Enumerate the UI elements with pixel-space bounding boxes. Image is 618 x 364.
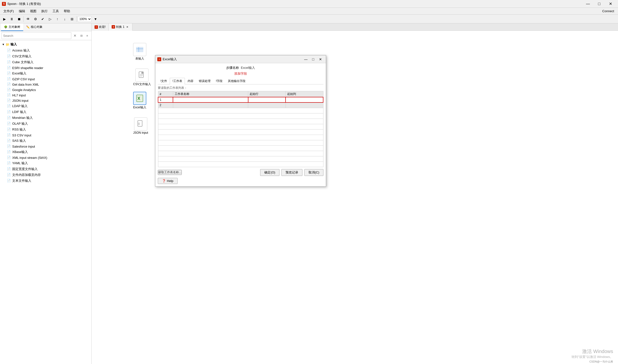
dialog-tab-fields[interactable]: !字段 (213, 78, 225, 84)
toolbar-run-btn[interactable]: ▶ (1, 16, 8, 23)
menu-help[interactable]: 帮助 (61, 9, 72, 14)
tab-core-objects[interactable]: ✏️ 核心对象 (23, 23, 45, 31)
table-row[interactable] (158, 145, 323, 151)
dialog-tab-worksheet[interactable]: !工作表 (170, 78, 185, 84)
list-item[interactable]: 📄 GZIP CSV input (0, 76, 91, 82)
dialog-tab-error[interactable]: 错误处理 (196, 78, 213, 84)
dialog-ok-btn[interactable]: 确定(O) (260, 169, 279, 176)
table-row[interactable] (158, 161, 323, 167)
menu-tools[interactable]: 工具 (50, 9, 61, 14)
dialog-maximize-btn[interactable]: □ (310, 56, 316, 62)
list-item[interactable]: 📄 YAML 输入 (0, 160, 91, 166)
search-input[interactable] (1, 32, 71, 39)
list-item[interactable]: 📄 固定宽度文件输入 (0, 166, 91, 172)
tab-transform1[interactable]: ⚙ 转换 1 ✕ (109, 23, 132, 31)
tab-main-objects[interactable]: 🌳 主对象树 (1, 23, 23, 31)
tab-welcome[interactable]: S 欢迎! (92, 23, 109, 31)
toolbar-pause-btn[interactable]: ⏸ (8, 16, 15, 23)
list-item[interactable]: 📄 CSV文件输入 (0, 53, 91, 59)
list-item[interactable]: 📄 Salesforce input (0, 144, 91, 149)
search-expand-btn[interactable]: ≡ (84, 33, 90, 38)
dialog-cancel-btn[interactable]: 取消(C) (304, 169, 323, 176)
menu-edit[interactable]: 编辑 (16, 9, 27, 14)
item-icon: 📄 (7, 99, 11, 103)
tab-close-icon[interactable]: ✕ (125, 25, 129, 29)
item-icon: 📄 (7, 150, 11, 154)
table-row[interactable]: 2 (158, 103, 323, 108)
menu-run[interactable]: 执行 (39, 9, 50, 14)
node-csv-input[interactable]: CSV文件输入 (133, 68, 151, 86)
list-item[interactable]: 📄 RSS 输入 (0, 127, 91, 132)
list-item[interactable]: 📄 LDIF 输入 (0, 109, 91, 115)
dialog-tab-file[interactable]: !文件 (158, 78, 170, 84)
table-row[interactable] (158, 151, 323, 156)
list-item[interactable]: 📄 文件内容加载至内存 (0, 172, 91, 178)
table-row[interactable] (158, 118, 323, 124)
list-item[interactable]: 📄 Get data from XML (0, 82, 91, 87)
dialog-minimize-btn[interactable]: — (302, 56, 309, 62)
node-table-input[interactable]: 表输入 (133, 43, 146, 61)
zoom-select[interactable]: 50% 75% 100% 125% 150% 200% (78, 16, 92, 22)
search-collapse-btn[interactable]: ⊟ (79, 33, 84, 38)
toolbar-run2-btn[interactable]: ▷ (47, 16, 54, 23)
dialog-close-btn[interactable]: ✕ (317, 56, 324, 62)
menu-file[interactable]: 文件(F) (1, 9, 16, 14)
toolbar-grid-btn[interactable]: ⊞ (69, 16, 75, 23)
list-item[interactable]: 📄 文本文件输入 (0, 178, 91, 184)
toolbar-stop-btn[interactable]: ⏹ (16, 16, 23, 23)
minimize-button[interactable]: — (582, 0, 594, 8)
list-item[interactable]: 📄 Access 输入 (0, 48, 91, 53)
list-item[interactable]: 📄 ESRI shapefile reader (0, 65, 91, 70)
table-row[interactable] (158, 140, 323, 145)
list-item[interactable]: 📄 XBase输入 (0, 149, 91, 155)
menu-view[interactable]: 视图 (27, 9, 39, 14)
row-start-row[interactable] (248, 97, 286, 103)
table-row[interactable] (158, 124, 323, 129)
list-item[interactable]: 📄 HL7 input (0, 92, 91, 98)
tree-category-input[interactable]: ▼ 📁 输入 (0, 41, 91, 48)
dialog-help-btn[interactable]: ❓ Help (158, 178, 178, 184)
toolbar-down-btn[interactable]: ↓ (61, 16, 68, 23)
table-row[interactable] (158, 108, 323, 113)
table-row[interactable] (158, 129, 323, 135)
toolbar-check-btn[interactable]: ✔ (39, 16, 46, 23)
title-bar-controls: — □ ✕ (582, 0, 616, 8)
dialog-preview-btn[interactable]: 预览记录 (281, 169, 302, 176)
list-item[interactable]: 📄 Cube 文件输入 (0, 59, 91, 65)
toolbar-settings-btn[interactable]: ⚙ (32, 16, 39, 23)
list-item[interactable]: 📄 SAS 输入 (0, 138, 91, 144)
node-excel-input[interactable]: X Excel输入 (133, 92, 146, 110)
list-item-google-analytics[interactable]: 📄 Google Analytics (0, 87, 91, 92)
maximize-button[interactable]: □ (594, 0, 605, 8)
table-row[interactable] (158, 156, 323, 161)
list-item[interactable]: 📄 JSON input (0, 98, 91, 103)
fetch-worksheet-names-btn[interactable]: 获取工作表名称... (158, 170, 182, 175)
toolbar-preview-btn[interactable]: 👁 (25, 16, 31, 23)
row-start-row[interactable] (248, 103, 286, 108)
sep2 (76, 16, 77, 22)
connect-button[interactable]: Connect (599, 8, 617, 14)
row-name[interactable] (173, 97, 248, 103)
canvas-area[interactable]: 表输入 CSV文件输入 X Excel输入 {} JSON input (92, 31, 618, 364)
node-json-input[interactable]: {} JSON input (133, 117, 148, 134)
add-field-link[interactable]: 添加字段 (158, 71, 323, 76)
dialog-tab-other-output[interactable]: 其他输出字段 (225, 78, 248, 84)
zoom-dropdown-btn[interactable]: ▼ (92, 16, 99, 23)
dialog-tab-content[interactable]: 内容 (185, 78, 196, 84)
table-row[interactable] (158, 113, 323, 118)
toolbar-up-btn[interactable]: ↑ (54, 16, 61, 23)
row-start-col[interactable] (286, 103, 323, 108)
list-item[interactable]: 📄 S3 CSV input (0, 132, 91, 138)
table-row[interactable]: 1 (158, 97, 323, 103)
list-item[interactable]: 📄 Excel输入 (0, 70, 91, 76)
list-item[interactable]: 📄 XML input stream (StAX) (0, 155, 91, 160)
list-item[interactable]: 📄 OLAP 输入 (0, 121, 91, 127)
search-area: ✕ ⊟ ≡ (0, 31, 91, 40)
table-row[interactable] (158, 135, 323, 140)
row-start-col[interactable] (286, 97, 323, 103)
list-item[interactable]: 📄 Mondrian 输入 (0, 115, 91, 121)
row-name[interactable] (173, 103, 248, 108)
list-item[interactable]: 📄 LDAP 输入 (0, 103, 91, 109)
search-clear-button[interactable]: ✕ (72, 33, 78, 38)
close-button[interactable]: ✕ (605, 0, 616, 8)
